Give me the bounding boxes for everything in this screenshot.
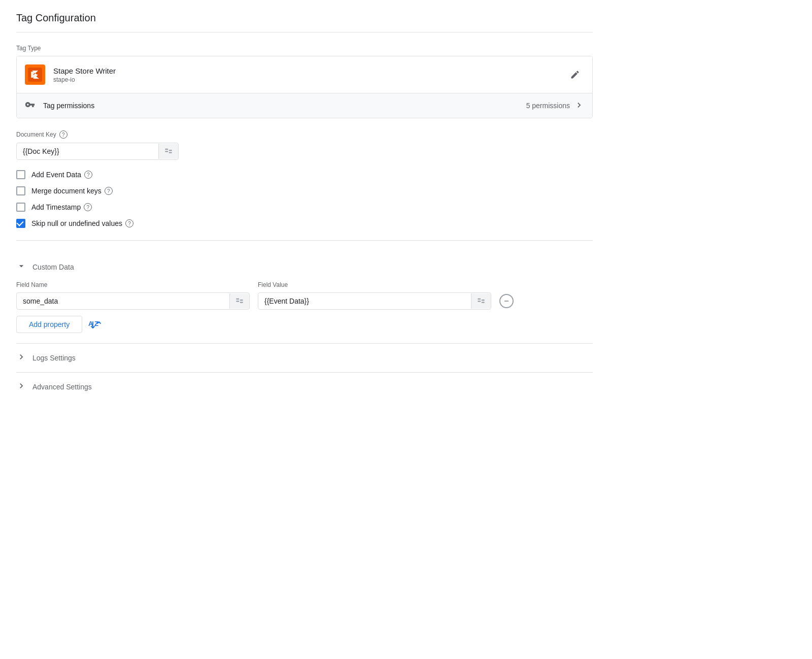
field-name-input-container xyxy=(16,292,250,310)
field-value-input[interactable] xyxy=(258,293,471,309)
document-key-variable-button[interactable] xyxy=(158,144,178,159)
svg-rect-10 xyxy=(478,301,481,302)
custom-data-section: Custom Data Field Name Field Value xyxy=(0,253,609,343)
svg-rect-8 xyxy=(240,302,243,303)
custom-data-label: Custom Data xyxy=(32,263,74,271)
field-name-variable-button[interactable] xyxy=(229,293,249,309)
logs-settings-chevron-icon xyxy=(16,352,26,364)
add-property-button[interactable]: Add property xyxy=(16,316,82,333)
field-name-input[interactable] xyxy=(17,293,229,309)
tag-type-label: Tag Type xyxy=(16,45,593,52)
svg-rect-1 xyxy=(165,149,168,150)
tag-type-info: Stape Store Writer stape-io xyxy=(53,67,566,83)
merge-document-keys-checkbox[interactable] xyxy=(16,186,25,195)
key-icon xyxy=(25,100,35,112)
document-key-label: Document Key ? xyxy=(16,130,593,139)
svg-rect-11 xyxy=(482,300,485,301)
add-timestamp-checkbox[interactable] xyxy=(16,203,25,212)
add-timestamp-label: Add Timestamp ? xyxy=(31,203,92,211)
permissions-count: 5 permissions xyxy=(526,102,570,110)
field-value-input-container xyxy=(258,292,491,310)
add-event-data-row[interactable]: Add Event Data ? xyxy=(16,170,593,179)
field-name-header: Field Name xyxy=(16,281,250,288)
svg-rect-6 xyxy=(236,301,239,302)
logs-settings-section[interactable]: Logs Settings xyxy=(16,343,593,372)
sort-button[interactable]: A Z xyxy=(88,319,103,330)
field-value-variable-button[interactable] xyxy=(471,293,491,309)
custom-data-header[interactable]: Custom Data xyxy=(16,253,593,281)
svg-rect-12 xyxy=(482,302,485,303)
tag-type-card: Stape Store Writer stape-io Tag permissi… xyxy=(16,56,593,118)
document-key-help-icon[interactable]: ? xyxy=(59,130,67,139)
edit-tag-type-button[interactable] xyxy=(566,65,584,84)
remove-row-button[interactable] xyxy=(499,294,514,308)
add-event-data-help-icon[interactable]: ? xyxy=(84,171,92,179)
svg-rect-9 xyxy=(478,299,481,300)
skip-null-label: Skip null or undefined values ? xyxy=(31,219,133,227)
tag-type-main-row: Stape Store Writer stape-io xyxy=(17,56,592,93)
table-row xyxy=(16,292,593,310)
skip-null-row[interactable]: Skip null or undefined values ? xyxy=(16,219,593,228)
custom-data-table-headers: Field Name Field Value xyxy=(16,281,593,288)
logs-settings-label: Logs Settings xyxy=(32,354,76,362)
advanced-settings-chevron-icon xyxy=(16,381,26,393)
skip-null-help-icon[interactable]: ? xyxy=(125,219,133,227)
svg-rect-2 xyxy=(165,151,168,152)
custom-data-chevron-icon xyxy=(16,261,26,273)
tag-type-name: Stape Store Writer xyxy=(53,67,566,75)
svg-rect-7 xyxy=(240,300,243,301)
skip-null-checkbox[interactable] xyxy=(16,219,25,228)
add-event-data-label: Add Event Data ? xyxy=(31,171,92,179)
page-title: Tag Configuration xyxy=(16,12,593,32)
advanced-settings-section[interactable]: Advanced Settings xyxy=(16,372,593,401)
checkboxes-section: Add Event Data ? Merge document keys ? A… xyxy=(16,170,593,228)
tag-icon-container xyxy=(25,64,45,85)
stape-logo xyxy=(25,64,45,85)
tag-type-subtitle: stape-io xyxy=(53,76,566,83)
svg-rect-5 xyxy=(236,299,239,300)
permissions-chevron-icon xyxy=(574,100,584,112)
add-event-data-checkbox[interactable] xyxy=(16,170,25,179)
merge-document-keys-help-icon[interactable]: ? xyxy=(105,187,113,195)
svg-rect-4 xyxy=(169,152,172,153)
svg-rect-3 xyxy=(169,150,172,151)
row-actions xyxy=(499,294,514,308)
add-timestamp-row[interactable]: Add Timestamp ? xyxy=(16,203,593,212)
merge-document-keys-label: Merge document keys ? xyxy=(31,187,113,195)
permissions-label: Tag permissions xyxy=(43,102,526,110)
document-key-section: Document Key ? xyxy=(16,130,593,160)
add-timestamp-help-icon[interactable]: ? xyxy=(84,203,92,211)
add-property-area: Add property A Z xyxy=(16,316,593,333)
tag-permissions-row[interactable]: Tag permissions 5 permissions xyxy=(17,93,592,118)
document-key-input[interactable] xyxy=(17,143,158,159)
custom-data-content: Field Name Field Value xyxy=(16,281,593,343)
advanced-settings-label: Advanced Settings xyxy=(32,383,92,391)
field-value-header: Field Value xyxy=(258,281,491,288)
document-key-input-container xyxy=(16,143,179,160)
svg-text:Z: Z xyxy=(94,320,98,327)
merge-document-keys-row[interactable]: Merge document keys ? xyxy=(16,186,593,195)
